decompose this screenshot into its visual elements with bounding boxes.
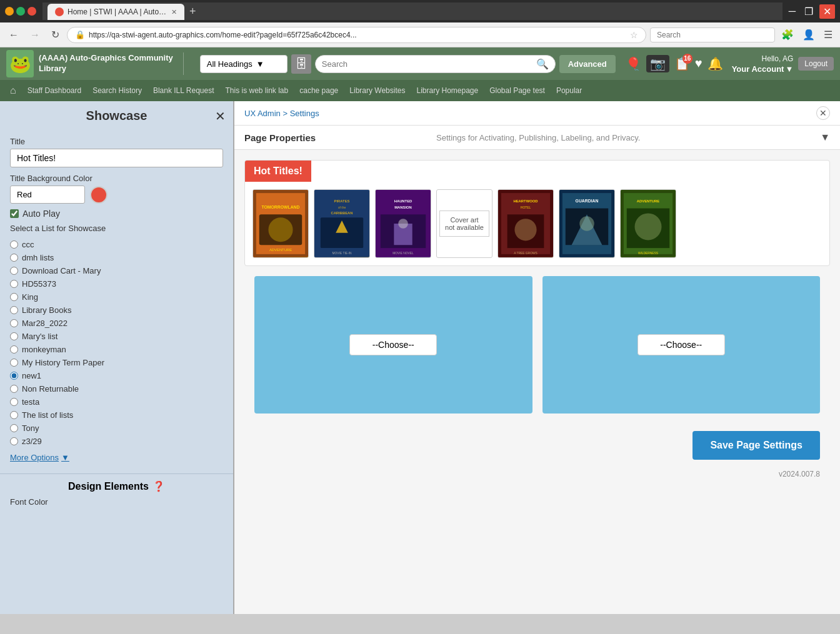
extensions-icon[interactable]: 🧩	[779, 27, 796, 42]
list-item: King	[10, 290, 223, 304]
book-cover-3[interactable]: HAUNTED MANSION MOVIE NOVEL	[375, 189, 431, 258]
search-magnify-icon[interactable]: 🔍	[536, 58, 549, 70]
showcase-preview: Hot Titles! TOMORROWLAND ADVENTURE	[234, 150, 840, 491]
list-radio-ccc[interactable]	[10, 240, 18, 249]
list-radio-king[interactable]	[10, 293, 18, 301]
nav-link-web-link-lab[interactable]: This is web link lab	[221, 82, 294, 99]
list-label-dmh[interactable]: dmh lists	[22, 253, 54, 262]
list-label-tony[interactable]: Tony	[22, 423, 39, 433]
browser-tab[interactable]: Home | STWI | AAAA | Auto-Gr... ✕	[48, 4, 184, 20]
list-label-z3-29[interactable]: z3/29	[22, 437, 42, 446]
your-account-button[interactable]: Your Account ▼	[732, 64, 794, 74]
page-props-title: Page Properties	[244, 132, 436, 143]
list-radio-download-cart[interactable]	[10, 267, 18, 275]
title-input[interactable]	[10, 149, 223, 167]
list-radio-monkeyman[interactable]	[10, 345, 18, 354]
list-item: monkeyman	[10, 343, 223, 356]
list-label-ccc[interactable]: ccc	[22, 240, 34, 249]
logout-button[interactable]: Logout	[798, 57, 834, 71]
menu-icon[interactable]: ☰	[821, 27, 835, 42]
database-icon[interactable]: 🗄	[291, 54, 311, 74]
home-nav-link[interactable]: ⌂	[5, 81, 21, 100]
color-swatch[interactable]	[90, 186, 108, 204]
autoplay-label[interactable]: Auto Play	[22, 209, 60, 219]
back-button[interactable]: ←	[5, 28, 22, 42]
breadcrumb-close-button[interactable]: ✕	[816, 106, 830, 120]
window-close-icon[interactable]: ✕	[819, 4, 835, 19]
list-label-marys-list[interactable]: Mary's list	[22, 332, 58, 341]
forward-button[interactable]: →	[26, 28, 44, 42]
list-label-monkeyman[interactable]: monkeyman	[22, 345, 66, 354]
list-label-testa[interactable]: testa	[22, 397, 39, 407]
nav-link-library-websites[interactable]: Library Websites	[344, 82, 410, 99]
balloon-icon-button[interactable]: 🎈	[626, 56, 641, 71]
nav-link-staff-dashboard[interactable]: Staff Dashboard	[22, 82, 87, 99]
search-input[interactable]	[322, 59, 536, 69]
nav-link-search-history[interactable]: Search History	[88, 82, 147, 99]
refresh-button[interactable]: ↻	[48, 27, 63, 42]
breadcrumb-ux-admin[interactable]: UX Admin	[244, 109, 281, 118]
save-page-settings-button[interactable]: Save Page Settings	[692, 431, 820, 460]
advanced-button[interactable]: Advanced	[559, 55, 616, 73]
list-radio-testa[interactable]	[10, 398, 18, 406]
book-cover-6[interactable]: GUARDIAN	[559, 189, 615, 258]
list-radio-my-history[interactable]	[10, 359, 18, 367]
book-cover-1[interactable]: TOMORROWLAND ADVENTURE	[252, 189, 309, 258]
list-radio-tony[interactable]	[10, 424, 18, 432]
tab-close-icon[interactable]: ✕	[171, 8, 177, 16]
sidebar-close-button[interactable]: ✕	[215, 109, 226, 124]
list-radio-hd55373[interactable]	[10, 280, 18, 288]
new-tab-button[interactable]: +	[184, 2, 201, 21]
list-label-king[interactable]: King	[22, 292, 38, 302]
list-label-mar28[interactable]: Mar28_2022	[22, 319, 68, 328]
list-label-list-of-lists[interactable]: The list of lists	[22, 410, 73, 420]
bg-color-input[interactable]	[10, 186, 85, 204]
minimize-button[interactable]	[5, 7, 14, 16]
choose-select-right[interactable]: --Choose--	[638, 334, 725, 355]
nav-link-global-page-test[interactable]: Global Page test	[484, 82, 550, 99]
autoplay-checkbox[interactable]	[10, 209, 19, 218]
window-minimize-icon[interactable]: ─	[786, 4, 798, 18]
camera-icon-button[interactable]: 📷	[646, 55, 669, 72]
nav-link-library-homepage[interactable]: Library Homepage	[411, 82, 483, 99]
list-radio-library-books[interactable]	[10, 306, 18, 314]
book-cover-2[interactable]: PIRATES of the CARIBBEAN MOVIE TIE-IN	[314, 189, 370, 258]
list-label-non-returnable[interactable]: Non Returnable	[22, 384, 79, 394]
profile-icon[interactable]: 👤	[800, 27, 818, 42]
nav-link-blank-ill[interactable]: Blank ILL Request	[148, 82, 219, 99]
window-restore-icon[interactable]: ❐	[802, 4, 816, 19]
breadcrumb-settings[interactable]: Settings	[290, 109, 319, 118]
book-cover-5[interactable]: HEARTWOOD HOTEL A TREE GROWS	[498, 189, 554, 258]
list-label-hd55373[interactable]: HD55373	[22, 279, 56, 289]
list-radio-list-of-lists[interactable]	[10, 411, 18, 419]
bookmark-icon[interactable]: ☆	[630, 30, 638, 40]
book-cover-7[interactable]: ADVENTURE WILDERNESS	[620, 189, 676, 258]
bell-icon-button[interactable]: 🔔	[708, 56, 723, 71]
list-label-new1[interactable]: new1	[22, 371, 41, 380]
maximize-button[interactable]	[16, 7, 25, 16]
nav-link-cache-page[interactable]: cache page	[294, 82, 343, 99]
tab-favicon	[55, 7, 64, 16]
list-radio-non-returnable[interactable]	[10, 385, 18, 393]
svg-text:MANSION: MANSION	[394, 206, 412, 209]
svg-point-37	[634, 213, 661, 240]
list-radio-new1[interactable]	[10, 372, 18, 380]
book-cover-unavailable[interactable]: Cover artnot available	[436, 189, 492, 258]
list-label-download-cart[interactable]: Download Cart - Mary	[22, 266, 101, 275]
list-label-library-books[interactable]: Library Books	[22, 305, 71, 315]
list-radio-mar28[interactable]	[10, 319, 18, 327]
page-properties-bar[interactable]: Page Properties Settings for Activating,…	[234, 126, 840, 150]
nav-link-popular[interactable]: Popular	[551, 82, 587, 99]
choose-select-left[interactable]: --Choose--	[349, 334, 437, 355]
url-bar[interactable]: 🔒 https://qa-stwi-agent.auto-graphics.co…	[67, 27, 646, 43]
headings-dropdown[interactable]: All Headings ▼	[200, 55, 288, 73]
heart-icon-button[interactable]: ♥	[695, 56, 702, 71]
close-button[interactable]	[28, 7, 36, 16]
more-options-button[interactable]: More Options ▼	[10, 453, 69, 462]
browser-search-input[interactable]	[650, 27, 775, 42]
list-radio-marys-list[interactable]	[10, 332, 18, 340]
list-radio-z3-29[interactable]	[10, 437, 18, 445]
list-radio-dmh[interactable]	[10, 254, 18, 262]
help-icon[interactable]: ❓	[152, 480, 165, 492]
list-label-my-history[interactable]: My History Term Paper	[22, 358, 104, 367]
